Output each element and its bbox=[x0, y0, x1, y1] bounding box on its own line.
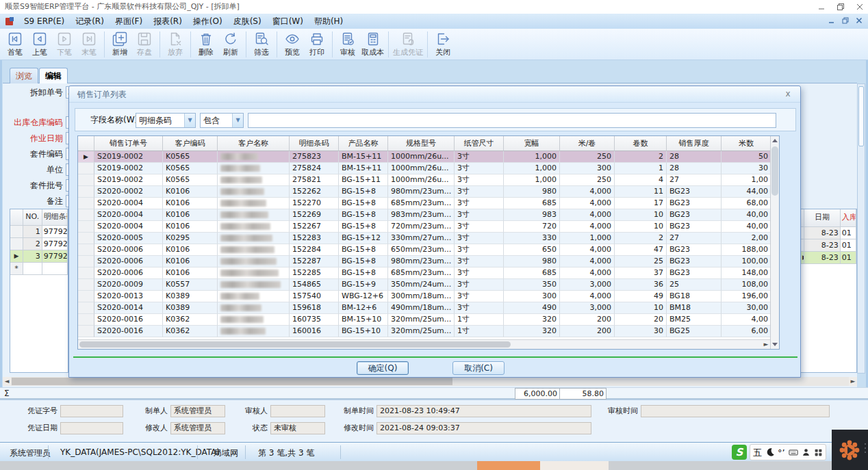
menu-item-5[interactable]: 皮肤(S) bbox=[228, 14, 267, 29]
toolbar-first-record-button[interactable]: 首笔 bbox=[3, 30, 27, 58]
grid-row[interactable]: 297792 bbox=[10, 238, 68, 250]
table-row[interactable]: S2020-0005K0295152283BG-15+12330mm/27um.… bbox=[78, 233, 779, 244]
corner-app-widget[interactable] bbox=[832, 430, 868, 470]
mdi-minimize-icon[interactable] bbox=[828, 16, 835, 26]
table-row[interactable]: S2020-0006K0106152287BG-15+8980mm/23um..… bbox=[78, 256, 779, 267]
scroll-down-icon[interactable] bbox=[772, 343, 778, 346]
menu-item-2[interactable]: 界面(F) bbox=[110, 14, 148, 29]
toolbar-add-record-button[interactable]: 新增 bbox=[107, 30, 132, 58]
column-header-meters-per-roll[interactable]: 米/卷 bbox=[560, 136, 615, 151]
toolbar-preview-button[interactable]: 预览 bbox=[280, 30, 305, 58]
toolbar-prev-record-button[interactable]: 上笔 bbox=[27, 30, 52, 58]
table-row[interactable]: S2020-0009K0557154865BG-15+9350mm/24um..… bbox=[78, 279, 779, 291]
column-header-meters[interactable]: 米数 bbox=[722, 136, 771, 151]
table-row[interactable]: S2020-0004K0106152267BG-15+8720mm/23um..… bbox=[78, 221, 779, 233]
tab-edit[interactable]: 编辑 bbox=[39, 68, 68, 83]
column-header-indicator[interactable] bbox=[78, 136, 94, 151]
table-row[interactable]: S2020-0016K0362160735BM-15+10320mm/25um.… bbox=[78, 314, 779, 326]
table-scroll-right-icon[interactable]: ► bbox=[762, 340, 770, 349]
chevron-down-icon[interactable]: ▼ bbox=[184, 114, 195, 127]
column-header-roll-count[interactable]: 卷数 bbox=[615, 136, 667, 151]
table-vscroll-thumb[interactable] bbox=[771, 146, 778, 196]
sogou-input-icon[interactable]: S bbox=[732, 445, 747, 460]
column-header-customer-code[interactable]: 客户编码 bbox=[163, 136, 218, 151]
grid-row[interactable]: 197792 bbox=[10, 226, 68, 238]
column-header-sale-thickness[interactable]: 销售厚度 bbox=[667, 136, 722, 151]
column-header-order-no[interactable]: 销售订单号 bbox=[94, 136, 163, 151]
minimize-icon[interactable] bbox=[817, 3, 826, 11]
menu-item-0[interactable]: S9 ERP(E) bbox=[18, 14, 70, 29]
filter-search-input[interactable] bbox=[248, 113, 776, 128]
cancel-button[interactable]: 取消(C) bbox=[452, 361, 505, 375]
column-header-width[interactable]: 宽幅 bbox=[504, 136, 560, 151]
table-row[interactable]: S2020-0016K0362160016BG-15+10320mm/25um.… bbox=[78, 326, 779, 337]
filter-operator-select[interactable]: 包含 ▼ bbox=[200, 113, 244, 128]
toolbar-discard-button[interactable]: 放弃 bbox=[163, 30, 188, 58]
table-row[interactable]: S2020-0014K0389159618BM-12+6490mm/18um..… bbox=[78, 302, 779, 314]
column-header-customer-name[interactable]: 客户名称 bbox=[218, 136, 290, 151]
filter-field-select[interactable]: 明细条码 ▼ bbox=[136, 113, 196, 128]
grid-column-header[interactable]: 日期 bbox=[804, 209, 841, 227]
table-row[interactable]: S2020-0006K0106152285BG-15+8685mm/23um..… bbox=[78, 267, 779, 279]
scroll-left-icon[interactable]: ◄ bbox=[3, 377, 11, 386]
grid-row[interactable]: 8-2301 bbox=[801, 227, 856, 239]
grid-icon[interactable] bbox=[814, 448, 823, 457]
restore-icon[interactable] bbox=[837, 3, 845, 11]
grid-column-header[interactable] bbox=[10, 209, 23, 226]
menu-item-4[interactable]: 操作(O) bbox=[188, 14, 228, 29]
menu-item-1[interactable]: 记录(R) bbox=[70, 14, 110, 29]
grid-row[interactable]: 8-2301 bbox=[801, 239, 856, 252]
punctuation-indicator[interactable]: °’ bbox=[778, 448, 785, 457]
toolbar-print-button[interactable]: 打印 bbox=[305, 30, 329, 58]
dialog-title-bar[interactable]: 销售订单列表 x bbox=[69, 86, 800, 103]
table-row[interactable]: S2020-0006K0106152284BG-15+8650mm/23um..… bbox=[78, 244, 779, 256]
mdi-restore-icon[interactable] bbox=[842, 16, 849, 26]
keyboard-icon[interactable] bbox=[788, 447, 799, 457]
toolbar-audit-button[interactable]: 审核 bbox=[335, 30, 360, 58]
column-header-tube-size[interactable]: 纸管尺寸 bbox=[455, 136, 504, 151]
main-vertical-scrollbar[interactable] bbox=[857, 83, 865, 374]
taskbar-app-orange[interactable] bbox=[477, 461, 540, 470]
grid-column-header[interactable]: 入库仓库 bbox=[841, 209, 856, 227]
toolbar-save-button[interactable]: 存盘 bbox=[132, 30, 157, 58]
moon-icon[interactable] bbox=[765, 447, 775, 457]
tab-browse[interactable]: 浏览 bbox=[10, 68, 38, 83]
toolbar-filter-button[interactable]: 筛选 bbox=[249, 30, 274, 58]
grid-column-header[interactable]: 明细条码 bbox=[42, 209, 68, 226]
hscroll-thumb[interactable] bbox=[12, 378, 452, 385]
table-hscroll-thumb[interactable] bbox=[79, 341, 511, 348]
menu-item-6[interactable]: 窗口(W) bbox=[267, 14, 309, 29]
grid-row[interactable]: ▶8-2301 bbox=[801, 252, 856, 264]
menu-item-7[interactable]: 帮助(H) bbox=[309, 14, 348, 29]
close-icon[interactable] bbox=[856, 3, 864, 11]
table-horizontal-scrollbar[interactable]: ► bbox=[78, 339, 770, 349]
table-row[interactable]: S2020-0004K0106152270BG-15+8685mm/23um..… bbox=[78, 198, 779, 209]
grid-new-row[interactable]: * bbox=[10, 263, 68, 275]
more-dots-icon[interactable] bbox=[865, 443, 866, 453]
chevron-down-icon[interactable]: ▼ bbox=[232, 114, 243, 127]
table-vertical-scrollbar[interactable] bbox=[770, 136, 779, 349]
dialog-close-icon[interactable]: x bbox=[782, 88, 793, 99]
taskbar-app-pale[interactable] bbox=[540, 461, 609, 470]
mdi-close-icon[interactable] bbox=[856, 16, 863, 26]
table-row[interactable]: S2020-0013K0389157540WBG-12+6300mm/18um.… bbox=[78, 291, 779, 302]
ok-button[interactable]: 确定(Q) bbox=[357, 361, 409, 375]
column-header-product-name[interactable]: 产品名称 bbox=[339, 136, 388, 151]
user-icon[interactable] bbox=[802, 447, 810, 457]
toolbar-refresh-button[interactable]: 刷新 bbox=[218, 30, 243, 58]
toolbar-last-record-button[interactable]: 末笔 bbox=[77, 30, 101, 58]
grid-row[interactable]: ▶397792 bbox=[10, 250, 68, 263]
main-horizontal-scrollbar[interactable]: ◄ ► bbox=[3, 377, 857, 386]
toolbar-close-form-button[interactable]: 关闭 bbox=[431, 30, 455, 58]
column-header-detail-barcode[interactable]: 明细条码 bbox=[290, 136, 339, 151]
toolbar-delete-button[interactable]: 删除 bbox=[194, 30, 218, 58]
table-row[interactable]: S2019-0002K0565275824BM-15+111000mm/26u.… bbox=[78, 163, 779, 174]
column-header-spec-model[interactable]: 规格型号 bbox=[388, 136, 455, 151]
vscroll-thumb[interactable] bbox=[858, 86, 864, 146]
table-row[interactable]: S2019-0002K0565275821BG-15+111000mm/26u.… bbox=[78, 174, 779, 186]
scroll-right-icon[interactable]: ► bbox=[849, 377, 857, 386]
table-row[interactable]: ▶S2019-0002K0565275823BM-15+111000mm/26u… bbox=[78, 151, 779, 163]
table-row[interactable]: S2020-0004K0106152269BG-15+8983mm/23um..… bbox=[78, 209, 779, 221]
toolbar-voucher-button[interactable]: 生成凭证 bbox=[392, 30, 424, 58]
table-row[interactable]: S2020-0002K0106152262BG-15+8980mm/23um..… bbox=[78, 186, 779, 198]
